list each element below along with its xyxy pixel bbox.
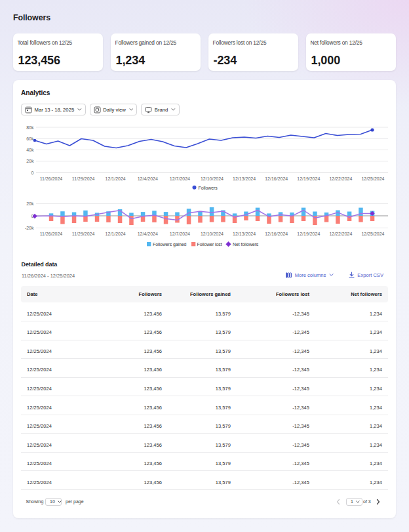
svg-text:12/13/2024: 12/13/2024 [233,176,256,181]
svg-text:11/26/2024: 11/26/2024 [40,232,63,236]
svg-text:12/10/2024: 12/10/2024 [201,176,224,181]
svg-text:12/1/2024: 12/1/2024 [106,176,126,181]
svg-text:12/19/2024: 12/19/2024 [297,176,320,181]
svg-text:12/25/2024: 12/25/2024 [361,232,384,236]
svg-text:12/16/2024: 12/16/2024 [265,176,288,181]
svg-text:80k: 80k [26,125,34,130]
svg-text:12/7/2024: 12/7/2024 [170,232,190,236]
svg-text:40k: 40k [26,148,34,152]
svg-text:12/16/2024: 12/16/2024 [265,232,288,236]
svg-text:20k: 20k [26,201,34,206]
svg-text:12/13/2024: 12/13/2024 [233,232,256,236]
svg-text:12/4/2024: 12/4/2024 [138,176,158,181]
svg-text:12/22/2024: 12/22/2024 [329,176,352,181]
svg-text:20k: 20k [26,159,34,163]
svg-text:12/1/2024: 12/1/2024 [106,232,126,236]
svg-text:12/22/2024: 12/22/2024 [329,232,352,236]
svg-text:12/25/2024: 12/25/2024 [361,176,384,181]
svg-text:12/4/2024: 12/4/2024 [138,232,158,236]
svg-text:Net followers: Net followers [233,242,259,247]
svg-text:12/19/2024: 12/19/2024 [297,232,320,236]
svg-text:Followers: Followers [199,186,218,190]
svg-text:-20k: -20k [25,226,34,230]
svg-text:11/26/2024: 11/26/2024 [40,176,63,181]
svg-text:Follower lost: Follower lost [197,242,222,247]
svg-text:0: 0 [31,171,34,175]
svg-text:60k: 60k [26,136,34,141]
svg-text:11/29/2024: 11/29/2024 [72,176,95,181]
svg-text:11/29/2024: 11/29/2024 [72,232,95,236]
svg-text:12/10/2024: 12/10/2024 [201,232,224,236]
svg-text:12/7/2024: 12/7/2024 [170,176,190,181]
svg-text:Followers gained: Followers gained [153,242,187,247]
